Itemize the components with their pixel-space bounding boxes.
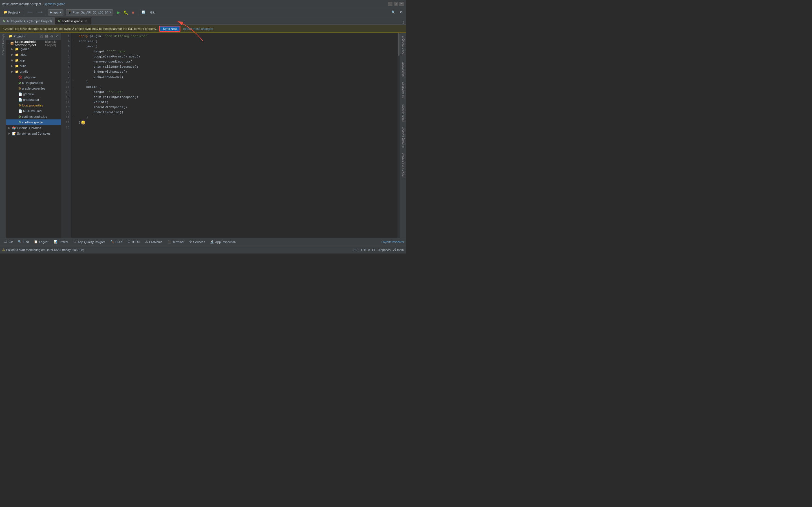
device-dropdown[interactable]: 📱 Pixel_3a_API_33_x86_64 ▾ <box>66 9 113 15</box>
code-line-5: googleJavaFormat().aosp() <box>79 54 398 59</box>
tree-item-readme[interactable]: 📄 README.md <box>6 108 61 114</box>
find-tab-icon: 🔍 <box>18 240 22 244</box>
app-config-dropdown[interactable]: ▶ app ▾ <box>48 9 63 15</box>
folder-icon-idea: 📁 <box>15 53 19 57</box>
indent-info[interactable]: 4 spaces <box>378 248 391 251</box>
sync-button[interactable]: 🔄 <box>140 9 147 15</box>
tree-item-settings-gradle[interactable]: ⚙ settings.gradle.kts <box>6 114 61 119</box>
tab-build-gradle[interactable]: ⚙ build.gradle.kts (Sample Project) <box>0 17 55 24</box>
sidebar-label-device-manager[interactable]: Device Manager <box>402 36 405 57</box>
editor-content[interactable]: 1 2 3 4 5 6 7 8 9 10 11 12 13 14 15 16 1 <box>61 33 400 238</box>
tree-item-gradlew[interactable]: 📄 gradlew <box>6 91 61 97</box>
code-line-1: apply plugin: "com.diffplug.spotless" <box>79 34 398 39</box>
sidebar-label-pull-requests[interactable]: Pull Requests <box>402 82 405 100</box>
project-panel-header: 📁 Project ▾ ◎ ⊟ ⚙ ✕ <box>6 33 61 40</box>
folder-icon-scratches: 📝 <box>12 132 16 135</box>
maximize-button[interactable]: □ <box>394 2 398 6</box>
fold-marker-2[interactable]: ─ <box>71 38 75 43</box>
sidebar-label-notifications[interactable]: Notifications <box>402 62 405 77</box>
bottom-tab-app-inspection[interactable]: 🔬 App Inspection <box>208 238 238 245</box>
minimize-button[interactable]: ─ <box>388 2 393 6</box>
sidebar-label-device-file-explorer[interactable]: Device File Explorer <box>402 153 405 178</box>
tree-item-local-properties[interactable]: ⚙ local.properties <box>6 103 61 108</box>
tree-item-gradlew-bat[interactable]: 📄 gradlew.bat <box>6 97 61 103</box>
close-button[interactable]: ✕ <box>399 2 404 6</box>
status-bar: ⚠ Failed to start monitoring emulator-55… <box>0 245 406 253</box>
sync-now-button[interactable]: Sync Now <box>160 26 181 32</box>
code-area[interactable]: apply plugin: "com.diffplug.spotless" sp… <box>75 33 398 238</box>
bottom-tab-profiler[interactable]: 📊 Profiler <box>51 238 71 245</box>
bottom-tab-terminal[interactable]: ⬛ Terminal <box>165 238 187 245</box>
settings-button[interactable]: ⚙ <box>398 9 404 15</box>
editor-scrollbar[interactable] <box>398 33 400 238</box>
bottom-tab-logcat[interactable]: 📋 Logcat <box>32 238 50 245</box>
label-settings-gradle: settings.gradle.kts <box>22 115 47 118</box>
tree-item-idea-folder[interactable]: ▶ 📁 .idea <box>6 52 61 57</box>
fold-marker-17[interactable]: ─ <box>71 114 75 119</box>
line-separator[interactable]: LF <box>372 248 376 251</box>
fold-marker-11[interactable]: ─ <box>71 83 75 89</box>
branch-info[interactable]: ⎇ main <box>393 248 404 251</box>
lint-marker[interactable]: 💡 <box>81 121 85 124</box>
sidebar-label-running-devices[interactable]: Running Devices <box>402 127 405 148</box>
stop-button[interactable]: ■ <box>130 9 136 15</box>
tree-item-build-gradle-kts[interactable]: ⚙ build.gradle.kts <box>6 80 61 86</box>
tree-item-external-libs[interactable]: ▶ 📚 External Libraries <box>6 125 61 131</box>
tree-item-app-folder[interactable]: ▶ 📁 app <box>6 57 61 63</box>
tree-item-scratches[interactable]: ▶ 📝 Scratches and Consoles <box>6 131 61 136</box>
project-dropdown-button[interactable]: 📁 Project ▾ <box>2 9 22 15</box>
tree-item-build-folder[interactable]: ▶ 📁 build <box>6 63 61 69</box>
app-config-label: app <box>53 11 58 14</box>
sidebar-label-build-variants[interactable]: Build Variants <box>402 105 405 122</box>
services-tab-icon: ⚙ <box>189 240 192 244</box>
project-dropdown-arrow[interactable]: ▾ <box>24 35 26 38</box>
bottom-tab-problems[interactable]: ⚠ Problems <box>143 238 164 245</box>
bottom-tab-build[interactable]: 🔨 Build <box>108 238 124 245</box>
folder-icon-build: 📁 <box>15 64 19 68</box>
tab-spotless-gradle[interactable]: ⚙ spotless.gradle ✕ <box>55 17 91 24</box>
bottom-tab-todo[interactable]: ☑ TODO <box>125 238 143 245</box>
project-name: kotlin-android-starter-project <box>2 2 41 6</box>
run-button[interactable]: ▶ <box>115 9 121 15</box>
tree-item-gradle-dir[interactable]: ▶ 📁 gradle <box>6 69 61 74</box>
local-icon: ⚙ <box>18 104 21 107</box>
gradle-icon-build: ⚙ <box>18 81 21 85</box>
bottom-tab-find[interactable]: 🔍 Find <box>15 238 31 245</box>
tree-item-gradle-properties[interactable]: ⚙ gradle.properties <box>6 86 61 91</box>
profiler-tab-label: Profiler <box>59 240 68 244</box>
locate-file-button[interactable]: ◎ <box>40 34 43 38</box>
bottom-tab-services[interactable]: ⚙ Services <box>187 238 207 245</box>
folder-icon-app: 📁 <box>15 59 19 62</box>
tabs-more-button[interactable]: ⋮ <box>402 21 405 24</box>
fold-marker-3[interactable]: ─ <box>71 43 75 48</box>
tree-item-gradle-folder[interactable]: ▶ 📁 .gradle <box>6 46 61 52</box>
line-numbers: 1 2 3 4 5 6 7 8 9 10 11 12 13 14 15 16 1 <box>61 33 71 238</box>
editor-scrollbar-thumb[interactable] <box>398 33 400 56</box>
app-config-arrow: ▾ <box>60 10 61 14</box>
search-everywhere-button[interactable]: 🔍 <box>390 9 397 15</box>
app-inspection-tab-label: App Inspection <box>215 240 236 244</box>
debug-button[interactable]: 🐛 <box>123 9 129 15</box>
project-label: Project <box>8 11 18 14</box>
back-button[interactable]: ⟵ <box>26 9 35 15</box>
bottom-tab-app-quality[interactable]: 🛡 App Quality Insights <box>71 238 107 245</box>
git-label-button[interactable]: Git: <box>148 9 156 15</box>
close-panel-button[interactable]: ✕ <box>55 34 59 38</box>
project-icon: 📁 <box>8 34 12 38</box>
bottom-tab-git[interactable]: ⎇ Git <box>2 238 15 245</box>
notification-text: Gradle files have changed since last pro… <box>3 27 157 31</box>
forward-button[interactable]: ⟶ <box>36 9 44 15</box>
tree-item-gitignore[interactable]: 🚫 .gitignore <box>6 74 61 80</box>
layout-inspector-button[interactable]: Layout Inspector <box>382 240 404 244</box>
tree-item-root[interactable]: ▾ 📦 kotlin-android-starter-project [Samp… <box>6 41 61 46</box>
cursor-position[interactable]: 19:1 <box>353 248 359 251</box>
collapse-all-button[interactable]: ⊟ <box>45 34 49 38</box>
encoding[interactable]: UTF-8 <box>361 248 370 251</box>
tab-close-button[interactable]: ✕ <box>84 19 88 23</box>
tree-item-spotless-gradle[interactable]: ⚙ spotless.gradle <box>6 119 61 125</box>
status-bar-right-area: Layout Inspector <box>382 240 404 244</box>
sidebar-icon-resource-manager[interactable]: Resource Manager <box>2 34 4 55</box>
fold-marker-10[interactable]: ─ <box>71 78 75 83</box>
panel-settings-button[interactable]: ⚙ <box>50 34 54 38</box>
ignore-changes-button[interactable]: Ignore these changes <box>183 27 213 31</box>
